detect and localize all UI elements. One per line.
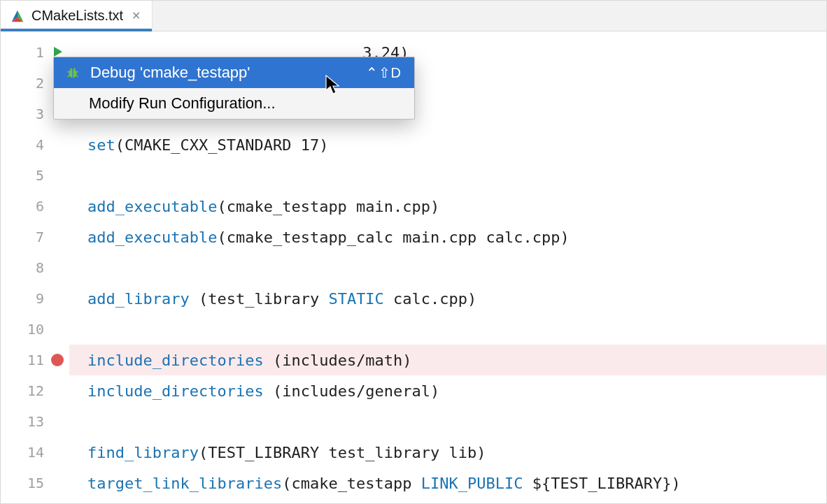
code-command: include_directories [87,352,264,369]
code-command: set [87,136,115,154]
line-number: 8 [36,259,44,276]
code-fragment: (includes/math) [273,352,412,369]
breakpoint-icon[interactable] [51,354,64,366]
code-command: include_directories [87,382,264,400]
code-fragment: calc.cpp) [384,290,476,308]
code-keyword: LINK_PUBLIC [421,475,523,492]
code-fragment [264,382,273,400]
code-line[interactable] [69,406,826,437]
svg-line-11 [70,69,71,70]
gutter-line[interactable]: 8 [1,252,69,283]
code-command: add_executable [87,229,217,246]
code-line[interactable]: include_directories (includes/general) [69,375,826,406]
svg-line-10 [76,75,78,77]
close-icon[interactable]: ✕ [130,9,142,23]
line-number: 15 [27,475,44,491]
gutter-line[interactable]: 10 [1,314,69,345]
code-line[interactable]: find_library(TEST_LIBRARY test_library l… [69,437,826,468]
gutter-line[interactable]: 15 [1,468,69,498]
code-fragment: } [662,475,671,492]
svg-marker-4 [54,47,62,57]
line-number: 2 [36,75,44,92]
editor-tab[interactable]: CMakeLists.txt ✕ [1,1,153,31]
code-command: add_executable [87,198,217,215]
code-fragment: (cmake_testapp_calc main.cpp calc.cpp) [217,229,569,246]
menu-item-debug[interactable]: Debug 'cmake_testapp' ⌃⇧D [54,57,414,88]
code-command: add_library [87,290,190,308]
menu-item-modify-run-config[interactable]: Modify Run Configuration... [54,88,414,119]
gutter-line[interactable]: 4 [1,129,69,160]
svg-line-12 [74,69,76,70]
cmake-file-icon [10,9,24,23]
tab-bar: CMakeLists.txt ✕ [1,1,826,31]
code-line[interactable]: add_library (test_library STATIC calc.cp… [69,283,826,314]
code-command: target_link_libraries [87,475,282,492]
code-line-breakpoint[interactable]: include_directories (includes/math) [69,345,826,375]
line-number: 9 [36,290,44,307]
line-number: 6 [36,198,44,215]
editor-window: CMakeLists.txt ✕ 1 2 3 4 5 6 7 8 9 10 11 [0,0,827,504]
line-number: 5 [36,167,44,184]
code-fragment: (CMAKE_CXX_STANDARD 17) [115,136,329,154]
gutter-line[interactable]: 6 [1,191,69,222]
gutter-line[interactable]: 13 [1,406,69,437]
code-fragment: ${ [532,475,551,492]
editor-area: 1 2 3 4 5 6 7 8 9 10 11 12 13 14 15 3.24… [1,31,826,503]
code-variable: TEST_LIBRARY [551,475,662,492]
code-fragment: (test_library [199,290,328,308]
code-fragment: (includes/general) [273,382,439,400]
line-number: 1 [36,44,44,61]
line-number: 7 [36,229,44,245]
run-context-menu: Debug 'cmake_testapp' ⌃⇧D Modify Run Con… [53,57,415,120]
gutter-line[interactable]: 5 [1,160,69,191]
gutter-line[interactable]: 7 [1,222,69,252]
code-fragment [523,475,532,492]
svg-line-9 [68,75,71,77]
code-line[interactable]: add_executable(cmake_testapp_calc main.c… [69,222,826,252]
line-number: 13 [27,413,44,430]
code-line[interactable]: add_executable(cmake_testapp main.cpp) [69,191,826,222]
line-number: 14 [27,444,44,461]
code-line[interactable]: target_link_libraries(cmake_testapp LINK… [69,468,826,498]
code-line[interactable] [69,314,826,345]
code-fragment: (TEST_LIBRARY test_library lib) [199,444,486,461]
menu-item-label: Modify Run Configuration... [89,94,276,113]
code-line[interactable] [69,252,826,283]
menu-item-label: Debug 'cmake_testapp' [90,64,250,82]
gutter-line[interactable]: 12 [1,375,69,406]
line-number: 11 [27,352,44,368]
line-number: 12 [27,382,44,399]
code-fragment [190,290,199,308]
code-command: find_library [87,444,199,461]
code-line[interactable]: set(CMAKE_CXX_STANDARD 17) [69,129,826,160]
code-fragment: ) [672,475,681,492]
bug-icon [65,65,80,80]
code-fragment: (cmake_testapp [282,475,421,492]
code-line[interactable] [69,160,826,191]
code-keyword: STATIC [328,290,383,308]
code-fragment: (cmake_testapp main.cpp) [217,198,439,215]
gutter-line[interactable]: 11 [1,345,69,375]
tab-title: CMakeLists.txt [31,8,123,24]
menu-item-shortcut: ⌃⇧D [366,64,402,81]
gutter-line[interactable]: 9 [1,283,69,314]
gutter-line[interactable]: 14 [1,437,69,468]
line-number: 3 [36,106,44,122]
line-number: 4 [36,136,44,153]
code-fragment [264,352,273,369]
line-number: 10 [27,321,44,338]
